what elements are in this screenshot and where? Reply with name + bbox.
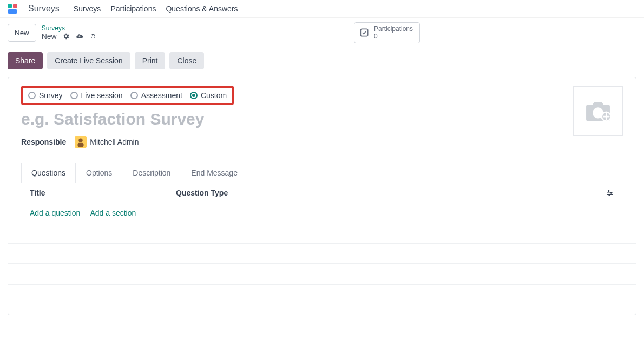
participations-label: Participations [374, 25, 413, 33]
participations-count: 0 [374, 33, 413, 40]
radio-live-session[interactable]: Live session [70, 91, 123, 100]
sliders-icon[interactable] [606, 189, 614, 197]
close-button[interactable]: Close [169, 52, 204, 69]
form-sheet: Survey Live session Assessment Custom e.… [8, 77, 636, 315]
app-logo-icon [8, 3, 18, 14]
responsible-field: Responsible Mitchell Admin [21, 136, 623, 148]
radio-icon [190, 92, 198, 99]
action-bar: Share Create Live Session Print Close [0, 48, 644, 77]
nav-questions-answers[interactable]: Questions & Answers [166, 4, 238, 13]
gear-icon[interactable] [62, 33, 70, 40]
svg-rect-0 [360, 29, 367, 36]
svg-rect-3 [78, 143, 84, 147]
table-row [8, 243, 636, 264]
undo-icon[interactable] [89, 33, 97, 40]
radio-label: Live session [81, 91, 123, 100]
table-row [8, 284, 636, 305]
responsible-value[interactable]: Mitchell Admin [75, 136, 139, 148]
column-title: Title [30, 189, 176, 197]
tab-description[interactable]: Description [122, 163, 181, 183]
svg-point-7 [609, 194, 610, 195]
image-upload[interactable] [573, 86, 623, 136]
add-question-link[interactable]: Add a question [30, 209, 80, 217]
nav-surveys[interactable]: Surveys [74, 4, 101, 13]
responsible-name: Mitchell Admin [90, 138, 139, 146]
survey-type-radio-group: Survey Live session Assessment Custom [21, 86, 234, 105]
tab-bar: Questions Options Description End Messag… [21, 162, 623, 183]
radio-assessment[interactable]: Assessment [130, 91, 182, 100]
radio-icon [70, 92, 78, 99]
create-live-session-button[interactable]: Create Live Session [47, 52, 130, 69]
svg-point-2 [79, 138, 83, 142]
radio-icon [130, 92, 138, 99]
add-section-link[interactable]: Add a section [90, 209, 136, 217]
table-row [8, 223, 636, 243]
participations-stat-button[interactable]: Participations 0 [354, 22, 420, 43]
tab-questions[interactable]: Questions [21, 163, 76, 183]
svg-point-5 [608, 190, 609, 191]
print-button[interactable]: Print [135, 52, 166, 69]
radio-survey[interactable]: Survey [28, 91, 63, 100]
control-bar: New Surveys New Participations 0 [0, 18, 644, 48]
empty-rows [8, 223, 636, 305]
survey-title-input[interactable]: e.g. Satisfaction Survey [21, 110, 623, 128]
breadcrumb-root[interactable]: Surveys [42, 24, 97, 32]
radio-label: Survey [39, 91, 63, 100]
column-question-type: Question Type [176, 189, 606, 197]
top-nav: Surveys Surveys Participations Questions… [0, 0, 644, 18]
questions-add-row: Add a question Add a section [8, 203, 636, 223]
cloud-download-icon[interactable] [75, 33, 84, 40]
share-button[interactable]: Share [8, 52, 43, 69]
app-name: Surveys [28, 4, 60, 14]
table-row [8, 264, 636, 284]
breadcrumb-current: New [42, 32, 57, 41]
checklist-icon [359, 27, 370, 38]
tab-end-message[interactable]: End Message [181, 163, 248, 183]
breadcrumb: Surveys New [42, 24, 97, 41]
avatar [75, 136, 87, 148]
nav-participations[interactable]: Participations [110, 4, 156, 13]
questions-table-header: Title Question Type [8, 183, 636, 203]
radio-label: Assessment [141, 91, 182, 100]
svg-point-6 [610, 192, 612, 193]
new-button[interactable]: New [8, 24, 36, 42]
radio-custom[interactable]: Custom [190, 91, 227, 100]
radio-label: Custom [201, 91, 227, 100]
radio-icon [28, 92, 36, 99]
responsible-label: Responsible [21, 138, 66, 146]
camera-plus-icon [583, 99, 613, 123]
tab-options[interactable]: Options [76, 163, 122, 183]
